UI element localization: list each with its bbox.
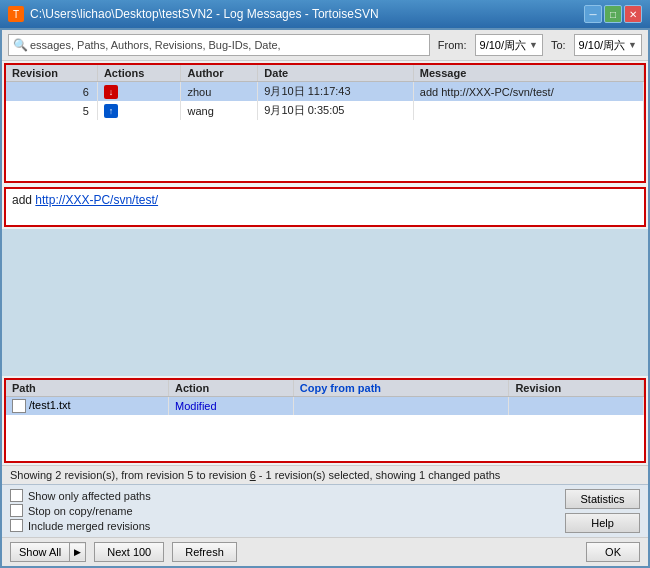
action-up-icon: ↑ [104,104,118,118]
checkbox-stop-copy-label: Stop on copy/rename [28,505,133,517]
action-modified: Modified [175,400,217,412]
checkboxes-group: Show only affected paths Stop on copy/re… [10,489,151,532]
content-area: Revision Actions Author Date Message 6 ↓… [2,61,648,465]
to-date-arrow: ▼ [628,40,637,50]
checkbox-show-affected-box[interactable] [10,489,23,502]
log-table-container: Revision Actions Author Date Message 6 ↓… [4,63,646,183]
cell-date: 9月10日 11:17:43 [258,82,413,102]
search-box[interactable]: 🔍 essages, Paths, Authors, Revisions, Bu… [8,34,430,56]
from-date-select[interactable]: 9/10/周六 ▼ [475,34,543,56]
checkbox-merged[interactable]: Include merged revisions [10,519,151,532]
checkbox-merged-label: Include merged revisions [28,520,150,532]
path-cell-revision [509,397,644,416]
cell-action: ↑ [97,101,181,120]
checkbox-stop-copy[interactable]: Stop on copy/rename [10,504,151,517]
search-placeholder: essages, Paths, Authors, Revisions, Bug-… [30,39,281,51]
path-cell-path: /test1.txt [6,397,169,416]
path-col-revision: Revision [509,380,644,397]
checkbox-merged-box[interactable] [10,519,23,532]
refresh-button[interactable]: Refresh [172,542,237,562]
title-bar-left: T C:\Users\lichao\Desktop\testSVN2 - Log… [8,6,379,22]
window-title: C:\Users\lichao\Desktop\testSVN2 - Log M… [30,7,379,21]
checkbox-show-affected-label: Show only affected paths [28,490,151,502]
path-table: Path Action Copy from path Revision /tes… [6,380,644,415]
to-date-select[interactable]: 9/10/周六 ▼ [574,34,642,56]
ok-button[interactable]: OK [586,542,640,562]
checkbox-stop-copy-box[interactable] [10,504,23,517]
to-label: To: [551,39,566,51]
log-table: Revision Actions Author Date Message 6 ↓… [6,65,644,120]
show-all-button[interactable]: Show All [11,543,70,561]
main-window: 🔍 essages, Paths, Authors, Revisions, Bu… [0,28,650,568]
file-icon [12,399,26,413]
path-cell-action: Modified [169,397,294,416]
show-all-arrow-button[interactable]: ▶ [70,544,85,560]
close-button[interactable]: ✕ [624,5,642,23]
help-button[interactable]: Help [565,513,640,533]
cell-date: 9月10日 0:35:05 [258,101,413,120]
col-header-message: Message [413,65,643,82]
cell-author: zhou [181,82,258,102]
search-icon: 🔍 [13,38,27,52]
message-link[interactable]: http://XXX-PC/svn/test/ [35,193,158,207]
checkbox-show-affected[interactable]: Show only affected paths [10,489,151,502]
minimize-button[interactable]: ─ [584,5,602,23]
col-header-author: Author [181,65,258,82]
message-detail: add http://XXX-PC/svn/test/ [4,187,646,227]
to-date-value: 9/10/周六 [579,38,625,53]
statistics-button[interactable]: Statistics [565,489,640,509]
from-label: From: [438,39,467,51]
message-prefix: add [12,193,35,207]
path-col-copy: Copy from path [293,380,509,397]
path-col-path: Path [6,380,169,397]
status-text: Showing 2 revision(s), from revision 5 t… [10,469,500,481]
path-col-action: Action [169,380,294,397]
status-bar: Showing 2 revision(s), from revision 5 t… [2,465,648,484]
bottom-bar: Show All ▶ Next 100 Refresh OK [2,537,648,566]
maximize-button[interactable]: □ [604,5,622,23]
path-table-container: Path Action Copy from path Revision /tes… [4,378,646,463]
from-date-value: 9/10/周六 [480,38,526,53]
action-down-icon: ↓ [104,85,118,99]
table-row[interactable]: 5 ↑ wang 9月10日 0:35:05 [6,101,644,120]
cell-author: wang [181,101,258,120]
next100-button[interactable]: Next 100 [94,542,164,562]
title-controls: ─ □ ✕ [584,5,642,23]
title-bar: T C:\Users\lichao\Desktop\testSVN2 - Log… [0,0,650,28]
col-header-revision: Revision [6,65,97,82]
table-row[interactable]: 6 ↓ zhou 9月10日 11:17:43 add http://XXX-P… [6,82,644,102]
path-cell-copy [293,397,509,416]
middle-area [2,229,648,376]
cell-action: ↓ [97,82,181,102]
show-all-group: Show All ▶ [10,542,86,562]
col-header-date: Date [258,65,413,82]
from-date-arrow: ▼ [529,40,538,50]
side-buttons: Statistics Help [565,489,640,533]
table-row[interactable]: /test1.txt Modified [6,397,644,416]
app-icon: T [8,6,24,22]
toolbar: 🔍 essages, Paths, Authors, Revisions, Bu… [2,30,648,61]
cell-message: add http://XXX-PC/svn/test/ [413,82,643,102]
cell-revision: 5 [6,101,97,120]
cell-message [413,101,643,120]
col-header-actions: Actions [97,65,181,82]
options-area: Show only affected paths Stop on copy/re… [2,484,648,537]
cell-revision: 6 [6,82,97,102]
